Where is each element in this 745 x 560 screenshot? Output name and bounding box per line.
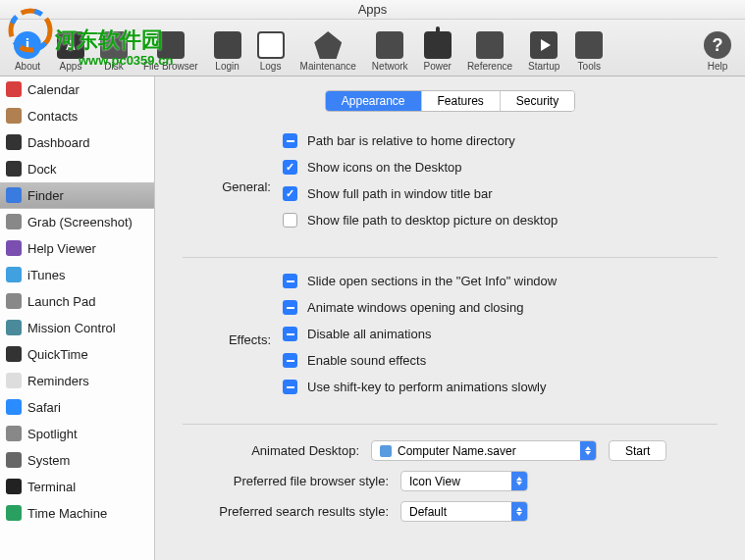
sidebar-item-dashboard[interactable]: Dashboard [0, 129, 154, 156]
general-label: General: [183, 179, 271, 194]
checkbox[interactable] [283, 274, 297, 288]
checkbox[interactable] [283, 353, 297, 368]
app-icon [6, 81, 22, 97]
animated-desktop-select[interactable]: Computer Name.saver [371, 440, 597, 461]
logs-icon [257, 31, 285, 59]
general-option: Path bar is relative to home directory [283, 133, 718, 148]
app-icon [6, 505, 22, 521]
sidebar-item-label: Help Viewer [27, 241, 96, 256]
reference-icon [476, 31, 504, 59]
tab-features[interactable]: Features [422, 91, 501, 111]
app-icon [6, 399, 22, 415]
effects-option: Use shift-key to perform animations slow… [283, 380, 718, 394]
option-text: Show icons on the Desktop [307, 160, 462, 175]
animated-desktop-label: Animated Desktop: [183, 443, 359, 458]
option-text: Slide open sections in the "Get Info" wi… [307, 274, 557, 288]
sidebar-item-calendar[interactable]: Calendar [0, 76, 154, 103]
sidebar-item-label: Time Machine [27, 506, 107, 521]
tb-maintenance[interactable]: Maintenance [300, 31, 356, 72]
tb-help[interactable]: Help [704, 31, 731, 72]
app-icon [6, 426, 22, 441]
sidebar-item-label: Finder [27, 188, 64, 203]
app-icon [6, 320, 22, 335]
sidebar-item-launch-pad[interactable]: Launch Pad [0, 288, 154, 315]
tools-icon [575, 31, 603, 59]
tab-security[interactable]: Security [501, 91, 574, 111]
option-text: Animate windows opening and closing [307, 300, 523, 315]
sidebar-item-label: Safari [27, 400, 61, 415]
app-icon [6, 240, 22, 256]
file-browser-style-select[interactable]: Icon View [400, 471, 528, 491]
start-button[interactable]: Start [609, 440, 666, 461]
file-browser-style-label: Preferred file browser style: [183, 474, 389, 488]
help-icon [704, 31, 731, 59]
effects-option: Slide open sections in the "Get Info" wi… [283, 274, 718, 288]
divider [183, 424, 718, 425]
sidebar-item-label: QuickTime [27, 347, 88, 362]
tb-logs[interactable]: Logs [257, 31, 285, 72]
app-icon [6, 134, 22, 150]
app-icon [6, 452, 22, 468]
sidebar-item-itunes[interactable]: iTunes [0, 262, 154, 288]
tb-startup[interactable]: Startup [528, 31, 559, 72]
sidebar-item-reminders[interactable]: Reminders [0, 368, 154, 394]
tb-reference[interactable]: Reference [467, 31, 512, 72]
checkbox[interactable] [283, 186, 297, 201]
sidebar-item-terminal[interactable]: Terminal [0, 474, 154, 500]
content-pane: Appearance Features Security General: Pa… [155, 76, 745, 560]
app-icon [6, 187, 22, 203]
sidebar-item-contacts[interactable]: Contacts [0, 103, 154, 129]
toolbar: About Apps Disk File Browser Login Logs … [0, 20, 745, 76]
sidebar-item-mission-control[interactable]: Mission Control [0, 315, 154, 341]
sidebar-item-label: Terminal [27, 480, 76, 494]
tab-appearance[interactable]: Appearance [326, 91, 422, 111]
sidebar-item-finder[interactable]: Finder [0, 182, 154, 209]
sidebar-item-safari[interactable]: Safari [0, 394, 154, 421]
sidebar-item-system[interactable]: System [0, 447, 154, 474]
about-icon [14, 31, 41, 59]
app-icon [6, 346, 22, 362]
checkbox[interactable] [283, 327, 297, 341]
search-results-style-select[interactable]: Default [400, 501, 528, 522]
sidebar-item-dock[interactable]: Dock [0, 156, 154, 182]
tb-login[interactable]: Login [214, 31, 241, 72]
checkbox[interactable] [283, 380, 297, 394]
checkbox[interactable] [283, 160, 297, 175]
sidebar-item-time-machine[interactable]: Time Machine [0, 500, 154, 527]
option-text: Show full path in window title bar [307, 186, 493, 201]
tb-disk[interactable]: Disk [100, 31, 128, 72]
tb-power[interactable]: Power [424, 31, 452, 72]
tb-network[interactable]: Network [372, 31, 408, 72]
tb-apps[interactable]: Apps [57, 31, 84, 72]
sidebar-item-help-viewer[interactable]: Help Viewer [0, 235, 154, 262]
tb-file-browser[interactable]: File Browser [143, 31, 198, 72]
app-icon [6, 479, 22, 494]
sidebar-item-grab-screenshot-[interactable]: Grab (Screenshot) [0, 209, 154, 235]
sidebar-item-label: Calendar [27, 82, 80, 97]
tb-about[interactable]: About [14, 31, 41, 72]
sidebar-item-label: Reminders [27, 374, 89, 388]
checkbox[interactable] [283, 213, 297, 228]
sidebar-item-label: iTunes [27, 268, 66, 282]
sidebar: CalendarContactsDashboardDockFinderGrab … [0, 76, 155, 560]
tb-tools[interactable]: Tools [575, 31, 603, 72]
sidebar-item-spotlight[interactable]: Spotlight [0, 421, 154, 447]
app-icon [6, 267, 22, 282]
chevron-updown-icon [511, 502, 527, 521]
checkbox[interactable] [283, 300, 297, 315]
file-browser-icon [157, 31, 185, 59]
app-icon [6, 108, 22, 124]
tab-segmented-control: Appearance Features Security [183, 90, 718, 112]
sidebar-item-quicktime[interactable]: QuickTime [0, 341, 154, 368]
power-icon [424, 31, 452, 59]
option-text: Disable all animations [307, 327, 431, 341]
option-text: Enable sound effects [307, 353, 426, 368]
sidebar-item-label: Dock [27, 162, 57, 177]
checkbox[interactable] [283, 133, 297, 148]
sidebar-item-label: Mission Control [27, 321, 116, 335]
app-icon [6, 161, 22, 177]
sidebar-item-label: Grab (Screenshot) [27, 215, 133, 229]
effects-label: Effects: [183, 332, 271, 347]
sidebar-item-label: Launch Pad [27, 294, 95, 309]
general-option: Show full path in window title bar [283, 186, 718, 201]
